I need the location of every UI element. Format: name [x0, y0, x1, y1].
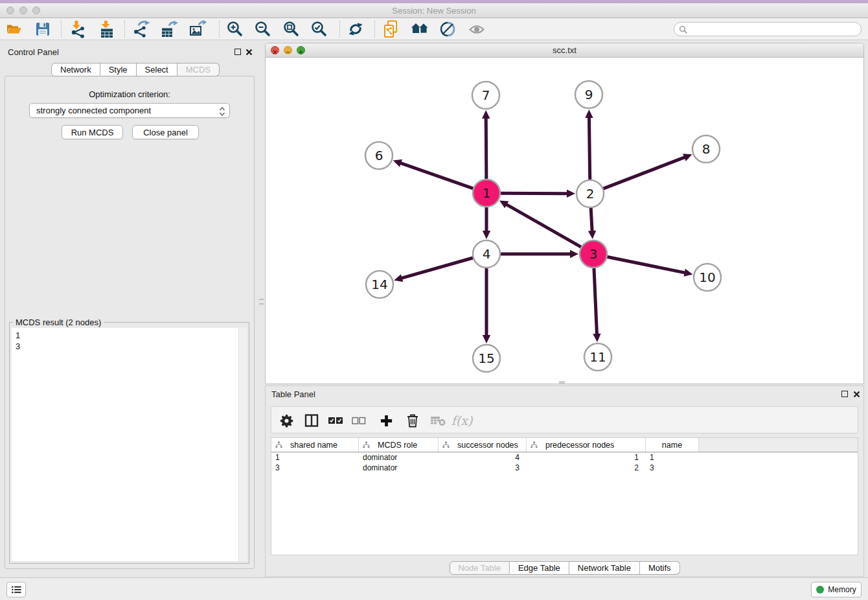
graph-node-1[interactable]: 1: [473, 179, 500, 207]
control-panel-float-icon[interactable]: [234, 49, 241, 55]
cell-1-1[interactable]: dominator: [359, 463, 439, 472]
close-panel-button[interactable]: Close panel: [132, 125, 199, 139]
cell-1-4[interactable]: 3: [646, 463, 699, 472]
apply-layout-icon[interactable]: [347, 20, 365, 38]
table-panel-close-icon[interactable]: [853, 391, 860, 398]
cell-1-2[interactable]: 3: [439, 463, 527, 472]
table-tab-edge-table[interactable]: Edge Table: [510, 561, 569, 575]
column-header-shared-name[interactable]: shared name: [271, 438, 359, 452]
cell-1-3[interactable]: 2: [527, 463, 646, 472]
column-header-successor-nodes[interactable]: successor nodes: [439, 438, 527, 452]
column-header-name[interactable]: name: [646, 438, 699, 452]
deselect-all-icon[interactable]: [350, 407, 368, 434]
graph-edge-4-3[interactable]: [500, 250, 578, 258]
import-network-icon[interactable]: [69, 20, 87, 38]
graph-edge-1-6[interactable]: [393, 159, 474, 189]
graph-node-10[interactable]: 10: [694, 264, 721, 291]
graph-node-15[interactable]: 15: [473, 345, 500, 372]
graph-node-6[interactable]: 6: [365, 142, 393, 169]
graph-node-14[interactable]: 14: [366, 271, 393, 298]
zoom-fit-icon[interactable]: [282, 20, 300, 38]
cell-0-0[interactable]: 1: [271, 453, 359, 462]
add-column-icon[interactable]: [377, 407, 395, 434]
column-label: shared name: [290, 441, 337, 450]
panel-resize-grip[interactable]: [559, 381, 565, 384]
zoom-in-icon[interactable]: [225, 20, 244, 38]
splitter-grip[interactable]: [259, 299, 264, 300]
zoom-out-icon[interactable]: [253, 20, 271, 38]
show-hide-details-icon[interactable]: [468, 20, 486, 38]
graph-edge-3-10[interactable]: [607, 257, 693, 277]
export-network-icon[interactable]: [132, 20, 150, 38]
table-tab-node-table[interactable]: Node Table: [449, 561, 510, 575]
toolbar-separator: [124, 21, 125, 38]
cell-0-2[interactable]: 4: [439, 453, 527, 462]
graph-edge-2-3[interactable]: [588, 207, 596, 239]
result-scrollbar[interactable]: [238, 328, 247, 561]
tab-mcds[interactable]: MCDS: [177, 63, 220, 76]
tab-select[interactable]: Select: [137, 63, 177, 76]
cell-0-1[interactable]: dominator: [359, 453, 439, 462]
table-tab-motifs[interactable]: Motifs: [640, 561, 680, 575]
graph-node-8[interactable]: 8: [692, 135, 720, 163]
select-all-icon[interactable]: [326, 407, 345, 434]
cell-1-0[interactable]: 3: [271, 463, 359, 472]
network-window-titlebar[interactable]: scc.txt: [266, 43, 863, 58]
graph-edge-4-15[interactable]: [483, 268, 490, 343]
save-session-icon[interactable]: [34, 20, 52, 38]
table-tab-network-table[interactable]: Network Table: [569, 561, 640, 575]
table-row-0[interactable]: 1dominator411: [271, 452, 858, 463]
tab-network[interactable]: Network: [51, 63, 100, 76]
cell-0-3[interactable]: 1: [527, 453, 646, 462]
graph-node-4[interactable]: 4: [473, 240, 500, 268]
node-table: shared nameMCDS rolesuccessor nodesprede…: [271, 437, 858, 555]
search-icon: [679, 25, 687, 34]
function-builder-icon[interactable]: f(x): [453, 407, 471, 434]
graph-edge-1-7[interactable]: [482, 110, 490, 179]
cell-0-4[interactable]: 1: [646, 453, 699, 462]
graph-edge-2-9[interactable]: [585, 110, 593, 180]
graph-node-3[interactable]: 3: [580, 240, 607, 268]
task-history-button[interactable]: [6, 582, 26, 597]
export-image-icon[interactable]: [188, 20, 207, 38]
zoom-selected-icon[interactable]: [310, 20, 328, 38]
control-panel-close-icon[interactable]: [246, 49, 253, 56]
graph-edge-1-4[interactable]: [483, 207, 490, 239]
delete-table-icon[interactable]: [429, 407, 447, 434]
table-panel-float-icon[interactable]: [841, 391, 848, 397]
network-from-file-icon[interactable]: [382, 20, 400, 38]
graph-edge-2-8[interactable]: [603, 154, 692, 189]
column-header-MCDS-role[interactable]: MCDS role: [359, 438, 439, 452]
graph-edge-1-2[interactable]: [500, 190, 575, 198]
open-session-icon[interactable]: [5, 20, 23, 38]
search-field[interactable]: [674, 22, 862, 36]
mcds-result-text[interactable]: 13: [12, 328, 247, 561]
graph-edge-3-1[interactable]: [499, 200, 582, 247]
node-label-8: 8: [702, 141, 711, 157]
toolbar-separator: [61, 21, 62, 38]
memory-button[interactable]: Memory: [811, 582, 862, 597]
graph-node-2[interactable]: 2: [577, 180, 604, 207]
mcds-result-title: MCDS result (2 nodes): [13, 317, 104, 327]
graph-node-7[interactable]: 7: [472, 82, 499, 109]
run-mcds-button[interactable]: Run MCDS: [62, 125, 123, 139]
graph-edge-4-14[interactable]: [394, 258, 474, 282]
graphics-details-icon[interactable]: [439, 20, 457, 38]
home-icon[interactable]: [411, 20, 429, 38]
import-table-icon[interactable]: [98, 20, 116, 38]
table-row-1[interactable]: 3dominator323: [271, 463, 858, 473]
graph-node-11[interactable]: 11: [584, 343, 611, 371]
tab-style[interactable]: Style: [100, 63, 137, 76]
export-table-icon[interactable]: [160, 20, 178, 38]
graph-node-9[interactable]: 9: [575, 81, 602, 108]
search-input[interactable]: [690, 25, 861, 34]
column-layout-icon[interactable]: [303, 407, 321, 434]
optimization-criterion-select[interactable]: strongly connected component: [29, 103, 230, 118]
table-body: 1dominator4113dominator323: [271, 452, 858, 473]
network-canvas[interactable]: 1234678910111415: [266, 58, 863, 384]
delete-column-icon[interactable]: [404, 407, 422, 434]
graph-edge-3-11[interactable]: [593, 268, 600, 342]
splitter-grip[interactable]: [259, 303, 264, 305]
column-header-predecessor-nodes[interactable]: predecessor nodes: [527, 438, 646, 452]
table-settings-icon[interactable]: [277, 407, 295, 434]
